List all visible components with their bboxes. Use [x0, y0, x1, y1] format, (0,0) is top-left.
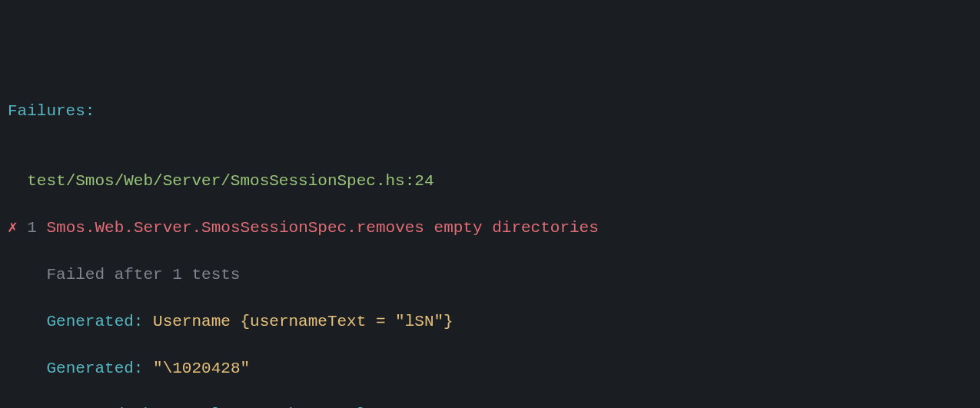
file-location: test/Smos/Web/Server/SmosSessionSpec.hs:…	[27, 172, 434, 190]
generated-line-2: Generated: "\1020428"	[8, 357, 972, 380]
file-location-line: test/Smos/Web/Server/SmosSessionSpec.hs:…	[8, 170, 972, 193]
generated-value-1: Username {usernameText = "lSN"}	[153, 313, 453, 330]
fail-marker-icon: ✗	[8, 219, 18, 237]
terminal-output: Failures: test/Smos/Web/Server/SmosSessi…	[8, 100, 972, 408]
failed-after-text: Failed after 1 tests	[46, 266, 240, 284]
failures-label: Failures:	[8, 102, 95, 120]
failed-after-line: Failed after 1 tests	[8, 264, 972, 287]
fail-number: 1	[27, 219, 37, 237]
fail-test-name: Smos.Web.Server.SmosSessionSpec.removes …	[46, 219, 598, 237]
generated-label-1: Generated:	[46, 313, 143, 330]
generated-line-1: Generated: Username {usernameText = "lSN…	[8, 310, 972, 333]
failure-title-line: ✗ 1 Smos.Web.Server.SmosSessionSpec.remo…	[8, 217, 972, 240]
failures-header: Failures:	[8, 100, 972, 123]
generated-label-2: Generated:	[46, 360, 143, 377]
expected-msg-line: Expected these values to be equal:	[8, 403, 972, 408]
generated-value-2: "\1020428"	[153, 360, 250, 377]
